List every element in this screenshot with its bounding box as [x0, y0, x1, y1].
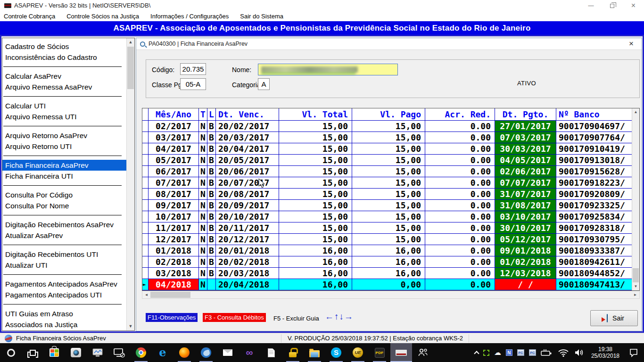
grid-cell[interactable]: 0.00 — [425, 234, 495, 245]
chrome-icon[interactable] — [130, 343, 152, 362]
grid-cell[interactable]: 0.00 — [425, 155, 495, 165]
scroll-up-icon[interactable]: ▲ — [632, 108, 639, 116]
grid-cell[interactable]: 15,00 — [279, 121, 352, 132]
grid-cell[interactable]: 03/10/2017 — [495, 211, 556, 222]
f5-excluir-guia-label[interactable]: F5 - Excluir Guia — [272, 314, 321, 323]
grid-vertical-scrollbar[interactable]: ▲ ▼ — [632, 108, 639, 290]
grid-column-header[interactable]: T — [199, 108, 207, 120]
grid-row[interactable]: 12/2017NB20/12/201715,0015,000.0005/12/2… — [142, 234, 632, 245]
file-explorer-icon[interactable] — [304, 343, 325, 362]
grid-cell[interactable]: B — [207, 256, 216, 267]
grid-cell[interactable]: 900170925834/ — [556, 211, 631, 222]
grid-cell[interactable]: 16,00 — [352, 256, 425, 267]
sidebar-item-ficha-financeira-uti[interactable]: Ficha Financeira UTI — [2, 171, 126, 181]
scroll-right-icon[interactable]: ► — [631, 291, 639, 298]
grid-column-header[interactable]: Mês/Ano — [149, 108, 199, 120]
grid-cell[interactable]: 900180947413/ — [556, 279, 631, 290]
grid-cell[interactable]: 15,00 — [352, 143, 425, 154]
grid-cell[interactable]: 07/07/2017 — [495, 177, 556, 188]
categoria-field[interactable]: A — [258, 78, 270, 90]
grid-cell[interactable]: 20/12/2017 — [216, 234, 279, 245]
grid-row[interactable]: 03/2017NB20/03/201715,0015,000.0007/03/2… — [142, 132, 632, 143]
grid-cell[interactable]: 31/07/2017 — [495, 189, 556, 199]
grid-cell[interactable]: N — [199, 222, 207, 233]
grid-row[interactable]: 10/2017NB20/10/201715,0015,000.0003/10/2… — [142, 211, 632, 222]
navigation-arrows-icon[interactable]: ←↑↓→ — [325, 312, 354, 322]
sidebar-item-pagamentos-antecipados-asaprev[interactable]: Pagamentos Antecipados AsaPrev — [2, 279, 126, 289]
grid-cell[interactable]: 02/06/2017 — [495, 166, 556, 177]
grid-cell[interactable]: 09/01/2018 — [495, 245, 556, 256]
grid-cell[interactable]: 900170904697/ — [556, 121, 631, 132]
grid-cell[interactable]: 16,00 — [279, 256, 352, 267]
grid-cell[interactable]: 15,00 — [352, 234, 425, 245]
sidebar-item-associados-na-justi-a[interactable]: Associados na Justiça — [2, 319, 126, 330]
grid-cell[interactable]: 0.00 — [425, 189, 495, 199]
sidebar-item-atualizar-uti[interactable]: Atualizar UTI — [2, 260, 126, 271]
grid-cell[interactable]: 15,00 — [279, 155, 352, 165]
mail-icon[interactable] — [217, 343, 239, 362]
sidebar-item-inconsist-ncias-do-cadastro[interactable]: Inconsistências do Cadastro — [2, 52, 126, 63]
close-button[interactable]: × — [623, 0, 644, 11]
grid-cell[interactable]: B — [207, 143, 216, 154]
grid-hscroll-thumb[interactable] — [150, 292, 190, 298]
grid-cell[interactable]: 15,00 — [352, 132, 425, 143]
grid-cell[interactable]: 30/03/2017 — [495, 143, 556, 154]
grid-cell[interactable]: 20/09/2017 — [216, 200, 279, 211]
grid-cell[interactable]: / / — [495, 279, 556, 290]
grid-cell[interactable]: N — [199, 177, 207, 188]
grid-cell[interactable]: 12/2017 — [149, 234, 199, 245]
notepad-icon[interactable] — [260, 343, 282, 362]
grid-cell[interactable]: N — [199, 245, 207, 256]
start-icon[interactable] — [0, 343, 22, 362]
grid-cell[interactable]: B — [207, 132, 216, 143]
keepass-lock-icon[interactable] — [282, 343, 304, 362]
scroll-down-icon[interactable]: ▼ — [632, 283, 639, 290]
grid-cell[interactable]: 20/06/2017 — [216, 166, 279, 177]
grid-cell[interactable]: 15,00 — [352, 177, 425, 188]
camera-icon[interactable] — [65, 343, 87, 362]
grid-cell[interactable]: 05/12/2017 — [495, 234, 556, 245]
grid-cell[interactable]: 16,00 — [279, 245, 352, 256]
action-center-icon[interactable] — [623, 343, 644, 362]
grid-cell[interactable]: 900170930795/ — [556, 234, 631, 245]
volume-icon[interactable] — [571, 343, 587, 362]
grid-cell[interactable]: 20/11/2017 — [216, 222, 279, 233]
grid-cell[interactable]: 15,00 — [352, 155, 425, 165]
wifi-icon[interactable] — [555, 343, 571, 362]
sidebar-scrollbar[interactable]: ▲ ▼ — [126, 38, 134, 330]
grid-cell[interactable]: N — [199, 143, 207, 154]
clock[interactable]: 19:3825/03/2018 — [587, 343, 623, 362]
grid-cell[interactable]: 15,00 — [279, 234, 352, 245]
grid-column-header[interactable]: Dt. Pgto. — [495, 108, 556, 120]
visual-studio-icon[interactable]: ∞ — [239, 343, 260, 362]
screenclip-tray-icon[interactable] — [481, 343, 492, 362]
grid-row[interactable]: 11/2017NB20/11/201715,0015,000.0030/10/2… — [142, 222, 632, 234]
grid-cell[interactable]: 900180942611/ — [556, 256, 631, 267]
task-view-icon[interactable] — [22, 343, 43, 362]
grid-cell[interactable]: N — [199, 268, 207, 279]
grid-cell[interactable]: 08/2017 — [149, 189, 199, 199]
sidebar-item-cadastro-de-s-cios[interactable]: Cadastro de Sócios — [2, 41, 126, 52]
chevron-up-icon[interactable] — [472, 343, 481, 362]
grid-cell[interactable]: 900170910419/ — [556, 143, 631, 154]
grid-cell[interactable]: 20/10/2017 — [216, 211, 279, 222]
grid-row[interactable]: 04/2017NB20/04/201715,0015,000.0030/03/2… — [142, 143, 632, 155]
grid-row[interactable]: ►04/2018N20/04/201816,000,000.00/ /90018… — [142, 279, 632, 290]
grid-cell[interactable]: B — [207, 211, 216, 222]
classe-field[interactable]: 05-A — [180, 78, 206, 90]
grid-cell[interactable]: 0,00 — [352, 279, 425, 290]
grid-row[interactable]: 02/2017NB20/02/201715,0015,000.0027/01/2… — [142, 121, 632, 132]
grid-cell[interactable]: 15,00 — [279, 222, 352, 233]
grid-vscroll-thumb[interactable] — [633, 268, 639, 282]
grid-cell[interactable]: N — [199, 121, 207, 132]
grid-cell[interactable]: 0.00 — [425, 143, 495, 154]
grid-cell[interactable]: 02/2017 — [149, 121, 199, 132]
grid-row[interactable]: 05/2017NB20/05/201715,0015,000.0004/05/2… — [142, 155, 632, 166]
grid-cell[interactable]: 12/03/2018 — [495, 268, 556, 279]
grid-cell[interactable]: 0.00 — [425, 200, 495, 211]
menu-item-controle-cobran-a[interactable]: Controle Cobrança — [4, 13, 55, 20]
grid-cell[interactable]: 0.00 — [425, 279, 495, 290]
grid-cell[interactable]: N — [199, 132, 207, 143]
grid-cell[interactable]: 04/2018 — [149, 279, 199, 290]
grid-column-header[interactable]: Dt. Venc. — [216, 108, 279, 120]
